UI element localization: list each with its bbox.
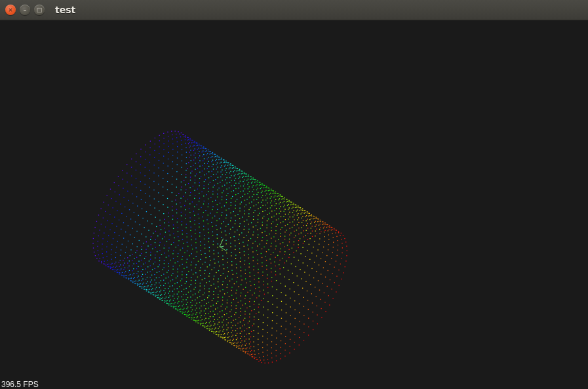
app-window: × – □ test 396.5 FPS bbox=[0, 0, 588, 389]
titlebar[interactable]: × – □ test bbox=[0, 0, 588, 20]
close-icon: × bbox=[8, 7, 13, 13]
viewport[interactable]: 396.5 FPS bbox=[0, 20, 588, 389]
fps-counter: 396.5 FPS bbox=[1, 380, 39, 389]
maximize-button[interactable]: □ bbox=[34, 5, 45, 15]
maximize-icon: □ bbox=[37, 7, 43, 13]
minimize-icon: – bbox=[24, 7, 27, 13]
window-title: test bbox=[55, 5, 75, 15]
point-cloud-canvas[interactable] bbox=[0, 20, 588, 389]
close-button[interactable]: × bbox=[5, 5, 16, 15]
minimize-button[interactable]: – bbox=[20, 5, 30, 15]
